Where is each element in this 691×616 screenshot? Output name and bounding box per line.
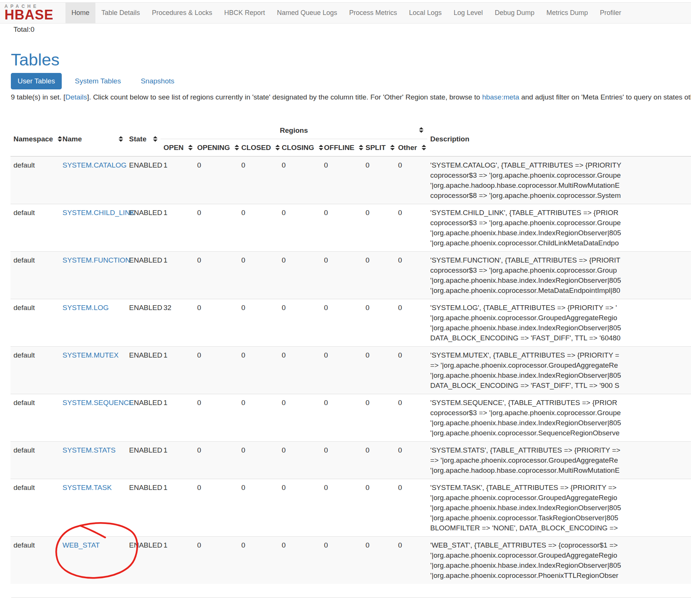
nav-item-log-level[interactable]: Log Level [447, 3, 489, 23]
region-count-other[interactable]: 0 [395, 536, 427, 584]
region-count-offline[interactable]: 0 [321, 479, 363, 536]
details-link[interactable]: Details [65, 93, 87, 101]
table-link-system-child-link[interactable]: SYSTEM.CHILD_LINK [62, 209, 135, 217]
region-count-closing[interactable]: 0 [279, 346, 321, 394]
region-count-closed[interactable]: 0 [238, 251, 279, 299]
nav-item-named-queue-logs[interactable]: Named Queue Logs [271, 3, 343, 23]
sort-icon[interactable] [58, 136, 62, 142]
region-count-other[interactable]: 0 [395, 441, 427, 479]
region-count-split[interactable]: 0 [363, 441, 395, 479]
sort-icon[interactable] [359, 145, 363, 150]
region-count-other[interactable]: 0 [395, 394, 427, 441]
region-count-open[interactable]: 1 [160, 394, 194, 441]
region-count-offline[interactable]: 0 [321, 299, 363, 346]
nav-item-procedures-locks[interactable]: Procedures & Locks [146, 3, 218, 23]
region-count-offline[interactable]: 0 [321, 346, 363, 394]
table-link-system-function[interactable]: SYSTEM.FUNCTION [62, 256, 131, 264]
region-count-closed[interactable]: 0 [238, 441, 279, 479]
tab-snapshots[interactable]: Snapshots [134, 73, 181, 89]
nav-item-process-metrics[interactable]: Process Metrics [343, 3, 403, 23]
nav-item-local-logs[interactable]: Local Logs [403, 3, 447, 23]
region-count-other[interactable]: 0 [395, 156, 427, 204]
region-count-closing[interactable]: 0 [279, 441, 321, 479]
region-count-split[interactable]: 0 [363, 479, 395, 536]
region-count-other[interactable]: 0 [395, 479, 427, 536]
region-count-split[interactable]: 0 [363, 204, 395, 251]
region-count-opening[interactable]: 0 [194, 441, 238, 479]
region-count-split[interactable]: 0 [363, 299, 395, 346]
region-count-open[interactable]: 1 [160, 156, 194, 204]
nav-item-profiler[interactable]: Profiler [594, 3, 627, 23]
nav-item-hbck-report[interactable]: HBCK Report [218, 3, 271, 23]
region-count-opening[interactable]: 0 [194, 204, 238, 251]
nav-item-home[interactable]: Home [65, 3, 95, 23]
tab-user-tables[interactable]: User Tables [11, 73, 62, 89]
sort-icon[interactable] [319, 145, 323, 150]
region-count-closed[interactable]: 0 [238, 346, 279, 394]
region-count-other[interactable]: 0 [395, 251, 427, 299]
region-count-split[interactable]: 0 [363, 156, 395, 204]
table-link-system-stats[interactable]: SYSTEM.STATS [62, 446, 116, 454]
region-count-closing[interactable]: 0 [279, 394, 321, 441]
table-link-system-mutex[interactable]: SYSTEM.MUTEX [62, 351, 119, 359]
nav-item-debug-dump[interactable]: Debug Dump [489, 3, 541, 23]
region-count-split[interactable]: 0 [363, 394, 395, 441]
table-link-system-task[interactable]: SYSTEM.TASK [62, 484, 112, 491]
sort-icon[interactable] [153, 136, 158, 142]
region-count-closed[interactable]: 0 [238, 479, 279, 536]
region-count-closing[interactable]: 0 [279, 156, 321, 204]
sort-icon[interactable] [188, 145, 193, 150]
region-count-closing[interactable]: 0 [279, 204, 321, 251]
region-count-split[interactable]: 0 [363, 346, 395, 394]
region-count-offline[interactable]: 0 [321, 251, 363, 299]
region-count-closing[interactable]: 0 [279, 299, 321, 346]
nav-item-metrics-dump[interactable]: Metrics Dump [541, 3, 594, 23]
region-count-opening[interactable]: 0 [194, 251, 238, 299]
region-count-open[interactable]: 1 [160, 204, 194, 251]
region-count-opening[interactable]: 0 [194, 299, 238, 346]
region-count-open[interactable]: 32 [160, 299, 194, 346]
table-link-system-sequence[interactable]: SYSTEM.SEQUENCE [62, 399, 134, 407]
region-count-opening[interactable]: 0 [194, 346, 238, 394]
region-count-closed[interactable]: 0 [238, 394, 279, 441]
region-count-open[interactable]: 1 [160, 441, 194, 479]
table-link-web-stat[interactable]: WEB_STAT [62, 541, 100, 549]
sort-icon[interactable] [275, 145, 280, 150]
sort-icon[interactable] [419, 127, 424, 133]
hbase-meta-link[interactable]: hbase:meta [482, 93, 519, 101]
region-count-split[interactable]: 0 [363, 536, 395, 584]
region-count-closing[interactable]: 0 [279, 536, 321, 584]
region-count-offline[interactable]: 0 [321, 394, 363, 441]
region-count-open[interactable]: 1 [160, 346, 194, 394]
region-count-closed[interactable]: 0 [238, 156, 279, 204]
region-count-other[interactable]: 0 [395, 204, 427, 251]
region-count-open[interactable]: 1 [160, 479, 194, 536]
region-count-closing[interactable]: 0 [279, 479, 321, 536]
region-count-offline[interactable]: 0 [321, 204, 363, 251]
region-count-offline[interactable]: 0 [321, 441, 363, 479]
sort-icon[interactable] [422, 145, 426, 150]
region-count-opening[interactable]: 0 [194, 536, 238, 584]
region-count-closed[interactable]: 0 [238, 536, 279, 584]
region-count-split[interactable]: 0 [363, 251, 395, 299]
region-count-other[interactable]: 0 [395, 299, 427, 346]
tab-system-tables[interactable]: System Tables [68, 73, 128, 89]
region-count-closed[interactable]: 0 [238, 204, 279, 251]
region-count-open[interactable]: 1 [160, 536, 194, 584]
region-count-other[interactable]: 0 [395, 346, 427, 394]
sort-icon[interactable] [235, 145, 239, 150]
region-count-closed[interactable]: 0 [238, 299, 279, 346]
region-count-open[interactable]: 1 [160, 251, 194, 299]
hbase-logo[interactable]: APACHE HBASE [0, 3, 65, 23]
region-count-offline[interactable]: 0 [321, 156, 363, 204]
region-count-opening[interactable]: 0 [194, 156, 238, 204]
sort-icon[interactable] [390, 145, 395, 150]
region-count-offline[interactable]: 0 [321, 536, 363, 584]
region-count-opening[interactable]: 0 [194, 394, 238, 441]
nav-item-table-details[interactable]: Table Details [95, 3, 146, 23]
sort-icon[interactable] [119, 136, 123, 142]
region-count-opening[interactable]: 0 [194, 479, 238, 536]
table-link-system-log[interactable]: SYSTEM.LOG [62, 304, 109, 312]
table-link-system-catalog[interactable]: SYSTEM.CATALOG [62, 161, 126, 169]
region-count-closing[interactable]: 0 [279, 251, 321, 299]
